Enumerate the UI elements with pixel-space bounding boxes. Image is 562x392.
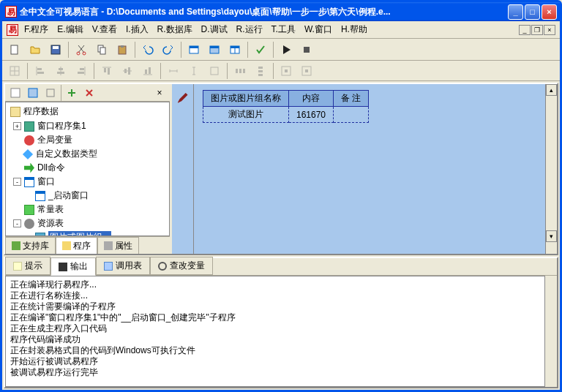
window-icon [35, 191, 45, 201]
center-h-button[interactable] [278, 63, 294, 79]
hint-icon [13, 262, 22, 271]
svg-rect-38 [211, 67, 218, 75]
editor-canvas[interactable]: 图片或图片组名称内容备 注 测试图片161670 ▴▾ [194, 84, 557, 254]
align-center-h-button[interactable] [53, 63, 69, 79]
menu-tools[interactable]: T.工具 [269, 22, 299, 37]
tab-support[interactable]: 支持库 [5, 237, 56, 254]
log-scrollbar[interactable] [545, 276, 557, 387]
left-panel: × 程序数据 +窗口程序集1 全局变量 自定义数据类型 Dll命令 -窗口 _启… [5, 84, 172, 254]
align-bottom-button[interactable] [140, 63, 156, 79]
cell-remark[interactable] [334, 107, 369, 123]
same-width-button[interactable] [165, 63, 181, 79]
mdi-restore-button[interactable]: ❐ [531, 25, 543, 35]
close-button[interactable]: × [542, 4, 557, 20]
menu-insert[interactable]: I.插入 [123, 22, 151, 37]
paste-button[interactable] [114, 42, 130, 58]
tree-node[interactable]: _启动窗口 [48, 189, 89, 202]
mdi-close-button[interactable]: × [544, 25, 555, 35]
vertical-scrollbar[interactable]: ▴▾ [545, 84, 557, 254]
cut-button[interactable] [73, 42, 89, 58]
align-left-button[interactable] [32, 63, 48, 79]
tree-view[interactable]: 程序数据 +窗口程序集1 全局变量 自定义数据类型 Dll命令 -窗口 _启动窗… [5, 102, 170, 236]
align-middle-button[interactable] [119, 63, 135, 79]
minimize-button[interactable]: _ [508, 4, 523, 20]
menu-debug[interactable]: D.调试 [198, 22, 231, 37]
hspace-button[interactable] [232, 63, 248, 79]
panel-btn-2[interactable] [26, 86, 40, 100]
panel-btn-3[interactable] [43, 86, 58, 100]
cell-content[interactable]: 161670 [289, 107, 334, 123]
open-button[interactable] [27, 42, 43, 58]
log-line: 正在生成主程序入口代码 [10, 323, 540, 334]
vspace-button[interactable] [252, 63, 269, 79]
toolbar-main [2, 39, 560, 61]
run-button[interactable] [278, 42, 294, 58]
resource-table[interactable]: 图片或图片组名称内容备 注 测试图片161670 [203, 90, 369, 123]
tree-node[interactable]: 窗口 [37, 176, 55, 188]
menu-run[interactable]: R.运行 [233, 22, 266, 37]
col-remark: 备 注 [334, 91, 369, 107]
collapse-icon[interactable]: - [13, 178, 21, 186]
align-right-button[interactable] [73, 63, 89, 79]
svg-rect-43 [258, 70, 263, 72]
stop-button[interactable] [299, 42, 315, 58]
cell-name[interactable]: 测试图片 [203, 107, 289, 123]
tab-output[interactable]: 输出 [50, 257, 96, 276]
save-button[interactable] [48, 42, 64, 58]
tree-node[interactable]: 窗口程序集1 [37, 120, 86, 132]
svg-rect-16 [304, 47, 310, 53]
svg-rect-51 [47, 89, 54, 97]
svg-rect-6 [100, 48, 105, 54]
tree-node[interactable]: 全局变量 [37, 134, 72, 146]
svg-rect-0 [11, 45, 18, 54]
same-height-button[interactable] [186, 63, 202, 79]
align-top-button[interactable] [99, 63, 115, 79]
panel-btn-1[interactable] [8, 86, 23, 100]
panel-btn-5[interactable] [82, 86, 97, 100]
tree-node-selected[interactable]: 图片或图片组... [48, 231, 111, 236]
tree-node[interactable]: Dll命令 [37, 162, 65, 174]
panel-btn-4[interactable] [64, 86, 79, 100]
tab-callstack[interactable]: 调用表 [96, 257, 150, 275]
maximize-button[interactable]: □ [525, 4, 540, 20]
same-size-button[interactable] [206, 63, 222, 79]
svg-rect-10 [190, 46, 198, 48]
folder-icon [24, 121, 34, 132]
titlebar[interactable]: 易 全中文全可视易语言 - D:\Documents and Settings\… [2, 2, 560, 21]
undo-button[interactable] [140, 42, 156, 58]
grid-button[interactable] [7, 63, 23, 79]
new-button[interactable] [7, 42, 23, 58]
win1-button[interactable] [186, 42, 202, 58]
tree-node[interactable]: 自定义数据类型 [36, 148, 97, 160]
search-icon [158, 262, 167, 271]
menu-view[interactable]: V.查看 [89, 22, 120, 37]
win2-button[interactable] [206, 42, 222, 58]
menu-edit[interactable]: E.编辑 [54, 22, 86, 37]
tree-title: 程序数据 [23, 105, 59, 118]
output-log[interactable]: 正在编译现行易程序... 正在进行名称连接... 正在统计需要编译的子程序 正在… [5, 276, 545, 387]
menu-window[interactable]: W.窗口 [301, 22, 335, 37]
tab-watch[interactable]: 查改变量 [150, 257, 213, 275]
tree-node[interactable]: 资源表 [37, 217, 64, 230]
expand-icon[interactable]: + [13, 122, 21, 130]
panel-close-button[interactable]: × [152, 86, 167, 100]
win3-button[interactable] [227, 42, 243, 58]
output-panel: 提示 输出 调用表 查改变量 正在编译现行易程序... 正在进行名称连接... … [4, 257, 558, 388]
log-line: 被调试易程序运行完毕 [10, 367, 540, 378]
menu-program[interactable]: F.程序 [21, 22, 51, 37]
check-button[interactable] [252, 42, 269, 58]
menu-help[interactable]: H.帮助 [338, 22, 370, 37]
menu-database[interactable]: R.数据库 [154, 22, 195, 37]
redo-button[interactable] [160, 42, 176, 58]
tab-program[interactable]: 程序 [56, 237, 97, 254]
center-v-button[interactable] [299, 63, 315, 79]
tab-hint[interactable]: 提示 [5, 257, 50, 275]
log-line: 正在编译"窗口程序集1"中的"__启动窗口_创建完毕"子程序 [10, 312, 540, 323]
tree-node[interactable]: 常量表 [37, 203, 64, 216]
svg-rect-12 [210, 46, 219, 48]
svg-rect-22 [37, 72, 44, 74]
copy-button[interactable] [94, 42, 110, 58]
mdi-minimize-button[interactable]: _ [519, 25, 531, 35]
collapse-icon[interactable]: - [13, 219, 21, 227]
tab-property[interactable]: 属性 [97, 237, 139, 254]
